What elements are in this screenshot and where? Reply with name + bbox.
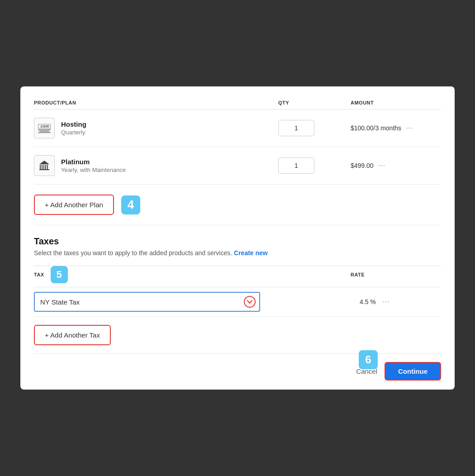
tax-select[interactable]: NY State Tax [34,292,260,312]
col-product: PRODUCT/PLAN [34,100,278,105]
add-another-tax-button[interactable]: + Add Another Tax [34,325,111,345]
svg-rect-2 [43,165,44,169]
tax-rate-cell: 4.5 % ··· [351,298,441,306]
tax-select-wrapper: NY State Tax [34,292,260,312]
platinum-sub: Yearly, with Maintenance [61,167,126,173]
platinum-name: Platinum [61,158,126,166]
taxes-description: Select the taxes you want to apply to th… [34,249,441,257]
step-badge-4: 4 [121,195,140,214]
hosting-icon: .com [34,118,55,138]
svg-rect-3 [45,165,46,169]
product-details-hosting: Hosting Quarterly [61,120,86,136]
hosting-amount-cell: $100.00/3 months ··· [351,124,441,132]
rate-col-label: RATE [351,272,441,277]
platinum-more-menu[interactable]: ··· [378,162,385,170]
platinum-qty-input[interactable] [278,157,314,174]
product-details-platinum: Platinum Yearly, with Maintenance [61,158,126,173]
hosting-more-menu[interactable]: ··· [406,124,413,132]
product-row-platinum: Platinum Yearly, with Maintenance $499.0… [34,147,441,185]
tax-table-header: TAX 5 RATE [34,266,441,287]
product-row-hosting: .com Hosting Quarterly $100.00/3 months … [34,109,441,147]
table-header: PRODUCT/PLAN QTY AMOUNT [34,100,441,109]
continue-button[interactable]: Continue [385,362,441,381]
col-qty: QTY [278,100,351,105]
product-info-hosting: .com Hosting Quarterly [34,118,278,138]
modal-container: PRODUCT/PLAN QTY AMOUNT .com Hosting Qua… [20,86,455,390]
hosting-qty-input[interactable] [278,120,314,136]
taxes-desc-text: Select the taxes you want to apply to th… [34,249,232,257]
bank-icon [34,155,55,176]
product-info-platinum: Platinum Yearly, with Maintenance [34,155,278,176]
taxes-title: Taxes [34,236,441,247]
platinum-amount-cell: $499.00 ··· [351,162,441,170]
svg-rect-1 [42,165,43,169]
hosting-qty-cell [278,120,351,136]
step-badge-6: 6 [359,350,378,369]
create-new-link[interactable]: Create new [234,249,268,257]
svg-rect-4 [47,165,48,169]
hosting-sub: Quarterly [61,129,86,136]
tax-select-cell: NY State Tax [34,292,351,312]
add-plan-section: + Add Another Plan 4 [34,185,441,225]
hosting-amount: $100.00/3 months [351,124,401,132]
col-amount: AMOUNT [351,100,441,105]
tax-row: NY State Tax 4.5 % ··· [34,287,441,317]
svg-rect-5 [39,169,49,170]
tax-rate: 4.5 % [360,298,376,305]
platinum-amount: $499.00 [351,162,374,169]
svg-marker-6 [39,161,49,164]
platinum-qty-cell [278,157,351,174]
svg-rect-0 [40,165,41,169]
hosting-name: Hosting [61,120,86,128]
tax-header-left: TAX 5 [34,266,351,283]
tax-col-label: TAX [34,272,44,277]
tax-more-menu[interactable]: ··· [382,298,390,306]
add-another-plan-button[interactable]: + Add Another Plan [34,195,114,215]
modal-footer: 6 Cancel Continue [34,354,441,381]
taxes-section: Taxes Select the taxes you want to apply… [34,225,441,354]
step-badge-5: 5 [51,266,68,283]
add-tax-section: + Add Another Tax [34,317,441,354]
